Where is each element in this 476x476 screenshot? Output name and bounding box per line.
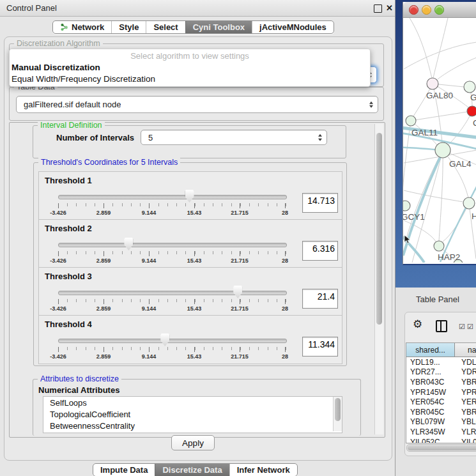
slider-track[interactable] xyxy=(58,291,287,295)
gear-icon[interactable]: ⚙ xyxy=(413,318,422,330)
threshold-2-panel: Threshold 2 -3.426 2.859 9.144 15.43 21.… xyxy=(38,219,342,268)
control-panel-titlebar: Control Panel ✕ xyxy=(0,0,395,17)
list-scrollbar[interactable] xyxy=(333,397,342,431)
slider-handle[interactable] xyxy=(124,238,133,250)
table-row[interactable]: YER054CYER0 xyxy=(406,397,476,407)
table-data-combobox[interactable]: galFiltered.sif default node xyxy=(16,96,378,113)
tick-label: 21.715 xyxy=(231,210,249,216)
slider-handle[interactable] xyxy=(233,286,242,298)
network-node[interactable] xyxy=(427,78,438,89)
tick-label: 15.43 xyxy=(187,305,202,312)
tab-label: Select xyxy=(153,22,178,32)
close-icon[interactable]: ✕ xyxy=(386,4,393,12)
group-title: Threshold's Coordinates for 5 Intervals xyxy=(38,158,180,167)
threshold-4-slider: -3.426 2.859 9.144 15.43 21.715 28 xyxy=(58,316,286,364)
network-canvas[interactable]: GAL80 GA C GAL11 GAL4 GCY1 H HAP2 xyxy=(403,18,476,263)
list-item[interactable]: TopologicalCoefficient xyxy=(43,408,342,420)
float-panel-icon[interactable] xyxy=(374,4,382,13)
tick-label: 2.859 xyxy=(96,257,111,264)
dropdown-option-equal-width-frequency[interactable]: Equal Width/Frequency Discretization xyxy=(12,74,155,84)
tab-impute-data[interactable]: Impute Data xyxy=(93,464,155,476)
settings-scrollbar[interactable] xyxy=(374,124,383,434)
table-row[interactable]: YDL19...YDL1 xyxy=(406,357,476,367)
network-window-titlebar[interactable] xyxy=(403,2,476,18)
network-node[interactable] xyxy=(434,241,444,251)
slider-handle[interactable] xyxy=(185,190,194,203)
tick-label: 9.144 xyxy=(142,305,157,312)
tick-label: -3.426 xyxy=(50,257,66,264)
tick-label: 21.715 xyxy=(231,257,249,264)
table-data-group: Table Data galFiltered.sif default node xyxy=(9,87,384,121)
table-row[interactable]: YBR043CYBR0 xyxy=(406,377,476,387)
column-layout-icon[interactable] xyxy=(436,320,447,332)
table-row[interactable]: YIL052CYIL0 xyxy=(406,437,476,443)
tick-label: 15.43 xyxy=(187,257,202,264)
column-header-name[interactable]: na xyxy=(455,343,476,357)
tick-label: 21.715 xyxy=(231,305,249,312)
slider-track[interactable] xyxy=(58,243,287,247)
threshold-value-field[interactable]: 14.713 xyxy=(302,193,338,213)
tab-network[interactable]: Network xyxy=(53,21,111,33)
window-zoom-icon[interactable] xyxy=(434,5,444,15)
column-header-shared-name[interactable]: shared... xyxy=(406,343,455,357)
network-tab-icon xyxy=(60,23,68,31)
threshold-3-panel: Threshold 3 -3.426 2.859 9.144 15.43 21.… xyxy=(38,267,342,316)
window-minimize-icon[interactable] xyxy=(422,5,431,15)
tick-label: 28 xyxy=(282,305,288,312)
tick-label: -3.426 xyxy=(50,210,66,216)
network-node[interactable] xyxy=(403,201,410,211)
group-title: Interval Definition xyxy=(38,121,105,130)
tab-select[interactable]: Select xyxy=(146,21,185,33)
table-row[interactable]: YLR345WYLR3 xyxy=(406,427,476,437)
threshold-value-field[interactable]: 6.316 xyxy=(302,241,338,261)
network-node[interactable] xyxy=(464,81,475,93)
tab-jactivemnodules[interactable]: jActiveMNodules xyxy=(252,21,334,33)
dropdown-option-manual-discretization[interactable]: Manual Discretization xyxy=(12,63,100,72)
network-node[interactable] xyxy=(435,142,450,158)
list-item[interactable]: SelfLoops xyxy=(43,397,342,408)
tab-label: Infer Network xyxy=(237,465,290,475)
stepper-arrows-icon xyxy=(369,101,373,108)
tick-label: 9.144 xyxy=(142,210,157,216)
tick-label: -3.426 xyxy=(50,305,66,312)
mouse-cursor xyxy=(404,235,411,244)
num-intervals-combobox[interactable]: 5 xyxy=(141,130,327,145)
slider-track[interactable] xyxy=(58,195,287,199)
panel-title: Control Panel xyxy=(6,3,57,13)
apply-button[interactable]: Apply xyxy=(171,435,215,450)
network-view-window: GAL80 GA C GAL11 GAL4 GCY1 H HAP2 xyxy=(403,2,476,265)
tab-style[interactable]: Style xyxy=(111,21,146,33)
table-panel: Table Panel ⚙ ☑ ☑ shared... na YDL19...Y… xyxy=(395,288,476,476)
group-title: Attributes to discretize xyxy=(38,374,121,383)
screen: Control Panel ✕ Network Style Select Cyn… xyxy=(0,0,476,476)
control-panel-tabs: Network Style Select Cyni Toolbox jActiv… xyxy=(52,20,334,34)
network-node-selected[interactable] xyxy=(467,106,476,116)
tab-cyni-toolbox[interactable]: Cyni Toolbox xyxy=(185,21,252,33)
table-row[interactable]: YBL079WYBL0 xyxy=(406,417,476,427)
network-node[interactable] xyxy=(406,116,416,126)
list-item[interactable]: BetweennessCentrality xyxy=(43,420,342,431)
table-row[interactable]: YBR045CYBR0 xyxy=(406,407,476,417)
table-row[interactable]: YDR27...YDR2 xyxy=(406,367,476,378)
checkbox-icon[interactable]: ☑ xyxy=(467,323,473,331)
tab-label: Cyni Toolbox xyxy=(193,22,245,32)
tab-discretize-data[interactable]: Discretize Data xyxy=(155,464,229,476)
tick-label: 15.43 xyxy=(187,210,202,216)
table-row[interactable]: YPR145WYPR1 xyxy=(406,387,476,397)
slider-track[interactable] xyxy=(58,339,287,343)
network-node[interactable] xyxy=(463,197,475,209)
node-label: HAP2 xyxy=(438,252,460,262)
threshold-value-field[interactable]: 11.344 xyxy=(302,337,338,357)
tick-label: 2.859 xyxy=(96,353,111,360)
slider-handle[interactable] xyxy=(160,334,169,346)
window-close-icon[interactable] xyxy=(409,5,418,15)
tick-label: 28 xyxy=(282,257,288,264)
table-horizontal-scrollbar[interactable] xyxy=(406,444,476,452)
threshold-value-field[interactable]: 21.4 xyxy=(302,289,338,309)
algorithm-dropdown-popup: Select algorithm to view settings Manual… xyxy=(9,49,371,87)
tab-infer-network[interactable]: Infer Network xyxy=(229,464,297,476)
tick-label: 9.144 xyxy=(142,257,157,264)
stepper-arrows-icon xyxy=(318,134,322,141)
tab-label: jActiveMNodules xyxy=(259,22,326,32)
checkbox-icon[interactable]: ☑ xyxy=(459,323,465,331)
